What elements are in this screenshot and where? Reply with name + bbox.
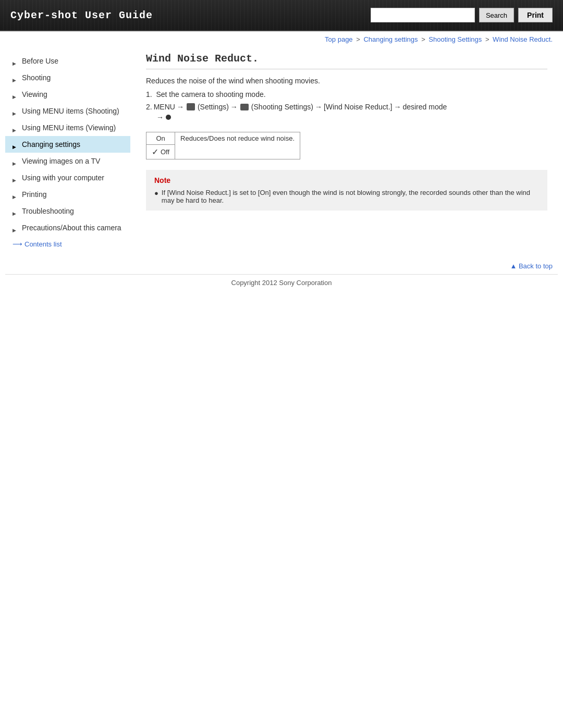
search-input[interactable] — [371, 8, 475, 22]
copyright: Copyright 2012 Sony Corporation — [0, 275, 563, 291]
intro-text: Reduces the noise of the wind when shoot… — [146, 77, 547, 85]
chevron-icon — [13, 108, 18, 114]
sidebar: Before Use Shooting Viewing Using MENU i… — [5, 47, 130, 257]
sidebar-item-using-menu-shooting[interactable]: Using MENU items (Shooting) — [5, 103, 130, 119]
arrow-icon-2: → — [230, 103, 238, 111]
breadcrumb-changing-settings[interactable]: Changing settings — [363, 35, 418, 43]
chevron-icon — [13, 142, 18, 147]
checkmark-icon: ✓ — [152, 147, 158, 157]
page-layout: Before Use Shooting Viewing Using MENU i… — [0, 47, 563, 257]
sidebar-item-viewing[interactable]: Viewing — [5, 86, 130, 103]
step-2-menu: MENU — [154, 103, 175, 111]
step-1-text: Set the camera to shooting mode. — [156, 90, 265, 98]
note-item: ● If [Wind Noise Reduct.] is set to [On]… — [154, 189, 539, 204]
sidebar-label: Viewing — [22, 90, 47, 98]
sidebar-label: Precautions/About this camera — [22, 224, 121, 232]
sidebar-item-before-use[interactable]: Before Use — [5, 53, 130, 69]
sidebar-item-using-menu-viewing[interactable]: Using MENU items (Viewing) — [5, 119, 130, 136]
desired-mode-label: desired mode — [402, 103, 447, 111]
sidebar-item-using-computer[interactable]: Using with your computer — [5, 169, 130, 186]
sidebar-label: Changing settings — [22, 140, 80, 149]
sidebar-label: Printing — [22, 190, 46, 199]
sidebar-item-changing-settings[interactable]: Changing settings — [5, 136, 130, 153]
arrow-icon-5: → — [156, 113, 164, 121]
sidebar-item-shooting[interactable]: Shooting — [5, 69, 130, 86]
settings-table: On Reduces/Does not reduce wind noise. ✓… — [146, 132, 300, 159]
chevron-icon — [13, 208, 18, 214]
sidebar-label: Shooting — [22, 73, 51, 82]
step-2-line1: 2. MENU → (Settings) → (Shooting Setting… — [146, 103, 547, 111]
main-content: Wind Noise Reduct. Reduces the noise of … — [130, 47, 558, 257]
sidebar-label: Using with your computer — [22, 174, 104, 182]
sidebar-label: Before Use — [22, 57, 58, 65]
camera-label: (Shooting Settings) — [251, 103, 313, 111]
table-row: On Reduces/Does not reduce wind noise. — [146, 132, 300, 145]
chevron-icon — [13, 75, 18, 80]
chevron-icon — [13, 58, 18, 64]
page-title: Wind Noise Reduct. — [146, 53, 547, 69]
back-to-top-container: ▲ Back to top — [0, 257, 563, 274]
chevron-icon — [13, 175, 18, 180]
chevron-icon — [13, 125, 18, 130]
arrow-icon-1: → — [177, 103, 184, 111]
note-box: Note ● If [Wind Noise Reduct.] is set to… — [146, 170, 547, 211]
sidebar-item-viewing-tv[interactable]: Viewing images on a TV — [5, 153, 130, 169]
sidebar-item-printing[interactable]: Printing — [5, 186, 130, 203]
option-off-label: Off — [161, 148, 169, 156]
step-2: 2. MENU → (Settings) → (Shooting Setting… — [146, 103, 547, 121]
sidebar-item-precautions[interactable]: Precautions/About this camera — [5, 219, 130, 236]
header: Cyber-shot User Guide Search Print — [0, 0, 563, 31]
step-2-line2: → — [156, 113, 547, 121]
chevron-icon — [13, 192, 18, 197]
step-2-number: 2. — [146, 103, 152, 111]
arrow-icon-3: → — [315, 103, 322, 111]
note-text: If [Wind Noise Reduct.] is set to [On] e… — [162, 189, 539, 204]
wind-noise-label: [Wind Noise Reduct.] — [324, 103, 393, 111]
chevron-icon — [13, 92, 18, 97]
chevron-icon — [13, 225, 18, 230]
settings-label: (Settings) — [198, 103, 229, 111]
sidebar-label: Using MENU items (Shooting) — [22, 107, 119, 115]
back-to-top-link[interactable]: ▲ Back to top — [510, 262, 553, 270]
bullet-circle-icon — [166, 115, 171, 120]
arrow-right-icon: ⟶ — [13, 240, 22, 248]
print-button[interactable]: Print — [518, 8, 553, 22]
sidebar-item-troubleshooting[interactable]: Troubleshooting — [5, 203, 130, 219]
breadcrumb: Top page > Changing settings > Shooting … — [0, 31, 563, 47]
note-title: Note — [154, 176, 539, 184]
breadcrumb-shooting-settings[interactable]: Shooting Settings — [429, 35, 482, 43]
sidebar-label: Viewing images on a TV — [22, 157, 100, 165]
step-1: 1. Set the camera to shooting mode. — [146, 90, 547, 98]
breadcrumb-current: Wind Noise Reduct. — [493, 35, 553, 43]
step-1-number: 1. — [146, 90, 152, 98]
table-cell-option-off: ✓ Off — [146, 145, 175, 159]
table-cell-description: Reduces/Does not reduce wind noise. — [175, 132, 300, 159]
breadcrumb-top-page[interactable]: Top page — [325, 35, 353, 43]
table-cell-option: On — [146, 132, 175, 145]
header-controls: Search Print — [371, 8, 563, 22]
search-button[interactable]: Search — [479, 8, 514, 22]
contents-list-link[interactable]: ⟶ Contents list — [5, 236, 130, 252]
sidebar-label: Troubleshooting — [22, 207, 74, 215]
app-title: Cyber-shot User Guide — [0, 9, 153, 21]
camera-icon — [240, 104, 249, 110]
chevron-icon — [13, 158, 18, 164]
contents-list-label: Contents list — [25, 240, 62, 248]
arrow-icon-4: → — [394, 103, 401, 111]
sidebar-label: Using MENU items (Viewing) — [22, 124, 116, 132]
note-bullet-icon: ● — [154, 189, 158, 197]
settings-icon — [187, 103, 195, 110]
